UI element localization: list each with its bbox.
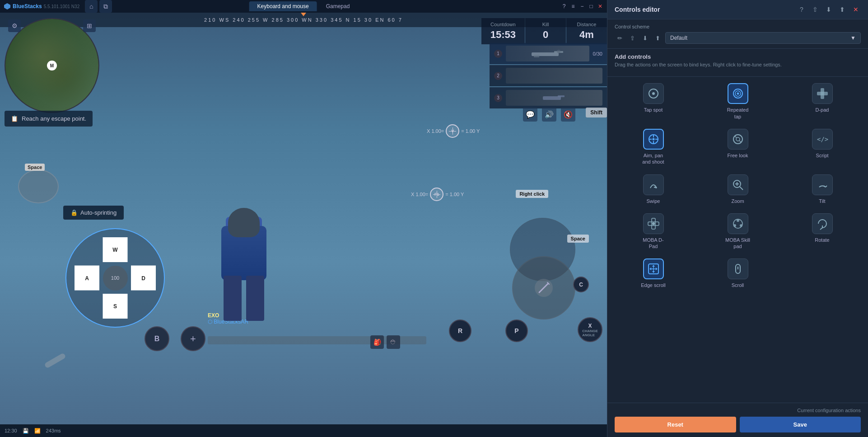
space-stick [44, 352, 66, 368]
ctrl-scroll[interactable]: Scroll [695, 254, 780, 293]
ctrl-tilt[interactable]: Tilt [780, 170, 864, 209]
dpad-down-button[interactable]: S [103, 294, 128, 319]
svg-rect-6 [558, 95, 565, 97]
aim-circle-2[interactable]: F1 [430, 188, 443, 201]
close-button[interactable]: ✕ [597, 3, 603, 9]
share-button[interactable]: ⇧ [810, 5, 820, 14]
scheme-import-icon[interactable]: ⬇ [640, 33, 650, 43]
weapon-slot-2[interactable]: 2 [490, 65, 607, 86]
minimize-button[interactable]: − [579, 3, 585, 9]
scheme-value: Default [670, 35, 687, 41]
dpad-left-button[interactable]: A [75, 266, 99, 291]
current-config-label: Current configuration actions [615, 408, 861, 413]
ctrl-script[interactable]: </> Script [780, 124, 864, 170]
minimap[interactable]: M [5, 18, 99, 113]
aim-circle-1[interactable]: V [446, 124, 459, 138]
scheme-export-icon[interactable]: ⬆ [653, 33, 663, 43]
space-analog-circle[interactable] [18, 169, 59, 203]
minimap-player-marker: M [47, 61, 57, 70]
backpack-icon[interactable]: 🎒 [370, 335, 384, 349]
weapon-3-img [506, 90, 602, 106]
weapon-slot-3[interactable]: 3 [490, 87, 607, 108]
ctrl-moba-skill[interactable]: MOBA Skillpad [695, 209, 780, 254]
moba-skill-label: MOBA Skillpad [725, 237, 750, 250]
ctrl-tap-spot[interactable]: Tap spot [611, 79, 695, 124]
ctrl-repeated-tap[interactable]: Repeatedtap [695, 79, 780, 124]
tab-gamepad[interactable]: Gamepad [318, 1, 358, 11]
svg-point-39 [737, 219, 739, 222]
rotate-label: Rotate [815, 237, 829, 243]
status-time: 12:30 [5, 428, 17, 433]
weapon-slot-1[interactable]: 1 0/30 [490, 43, 607, 64]
settings-icon[interactable]: ⚙ [8, 19, 21, 32]
x-button[interactable]: X CHANGEANGLE [578, 317, 602, 342]
maximize-button[interactable]: □ [588, 3, 594, 9]
dpad-container[interactable]: W S A D 100 [65, 228, 165, 328]
ctrl-free-look[interactable]: Free look [695, 124, 780, 170]
dpad-ctrl-label: D-pad [816, 107, 829, 113]
svg-point-23 [736, 137, 740, 141]
scroll-icon [728, 258, 748, 279]
tab-keyboard-mouse[interactable]: Keyboard and mouse [249, 1, 317, 11]
countdown-value: 15:53 [490, 29, 516, 41]
minimap-icons: ⚙ ⊞ [5, 19, 99, 32]
ctrl-rotate[interactable]: Rotate [780, 209, 864, 254]
close-panel-button[interactable]: ✕ [851, 5, 861, 14]
aim-overlay-1[interactable]: X 1.00= V = 1.00 Y [427, 124, 480, 138]
p-button[interactable]: P [505, 320, 528, 342]
dpad-right-button[interactable]: D [131, 266, 156, 291]
svg-rect-15 [817, 92, 828, 95]
moba-skill-icon [728, 213, 748, 234]
controls-scroll-area[interactable]: Tap spot Repeatedtap [607, 77, 868, 403]
svg-point-41 [733, 224, 736, 227]
help-button[interactable]: ? [561, 3, 567, 9]
ctrl-aim-pan-shoot[interactable]: Aim, panand shoot [611, 124, 695, 170]
aim-overlay-2[interactable]: X 1.00= F1 = 1.00 Y [411, 188, 464, 201]
repeated-tap-icon [728, 83, 748, 104]
ctrl-moba-dpad[interactable]: MOBA D-Pad [611, 209, 695, 254]
weapon-2-num: 2 [494, 72, 502, 80]
save-button[interactable]: Save [740, 417, 861, 432]
chat-icon[interactable]: 💬 [523, 107, 537, 122]
dpad-up-button[interactable]: W [103, 237, 128, 262]
r-button[interactable]: R [449, 320, 471, 342]
volume-icon[interactable]: 🔊 [542, 107, 556, 122]
weapon-2-img [506, 68, 602, 84]
swipe-label: Swipe [647, 198, 660, 204]
aim-x-label-1: X 1.00= [427, 128, 444, 134]
weapon-1-img [506, 46, 589, 61]
bluestacks-icon [4, 3, 11, 10]
svg-rect-3 [534, 55, 539, 57]
export-button[interactable]: ⬆ [837, 5, 847, 14]
zoom-icon [728, 174, 748, 195]
scheme-edit-icon[interactable]: ✏ [615, 33, 625, 43]
right-analog-stick[interactable] [512, 256, 575, 320]
help-panel-button[interactable]: ? [797, 5, 807, 14]
minimap-expand-icon[interactable]: ⊞ [83, 19, 96, 32]
chevron-down-icon: ▼ [850, 35, 856, 41]
space-right-label: Space [567, 235, 589, 243]
auto-sprint-indicator: 🔒 Auto-sprinting [63, 206, 124, 220]
shift-label[interactable]: Shift [586, 108, 607, 117]
b-button[interactable]: B [145, 326, 169, 351]
add-controls-title: Add controls [615, 53, 861, 60]
home-icon[interactable]: ⌂ [85, 0, 98, 13]
mute-icon[interactable]: 🔇 [561, 107, 575, 122]
helmet-icon[interactable]: ⛑ [387, 335, 400, 349]
weapon-3-num: 3 [494, 94, 502, 102]
import-button[interactable]: ⬇ [824, 5, 834, 14]
reset-button[interactable]: Reset [615, 417, 736, 432]
menu-button[interactable]: ≡ [570, 3, 576, 9]
scheme-share-icon[interactable]: ⇧ [627, 33, 637, 43]
scheme-dropdown[interactable]: Default ▼ [665, 32, 861, 44]
app-version: 5.5.101.1001 N32 [44, 4, 80, 9]
distance-value: 4m [575, 29, 598, 41]
ctrl-edge-scroll[interactable]: Edge scroll [611, 254, 695, 293]
game-area: BlueStacks 5.5.101.1001 N32 ⌂ ⧉ Keyboard… [0, 0, 607, 437]
ctrl-zoom[interactable]: Zoom [695, 170, 780, 209]
multi-instance-icon[interactable]: ⧉ [99, 0, 112, 13]
ctrl-dpad[interactable]: D-pad [780, 79, 864, 124]
c-button[interactable]: C [573, 277, 589, 292]
ctrl-swipe[interactable]: Swipe [611, 170, 695, 209]
weapon-1-num: 1 [494, 50, 502, 58]
